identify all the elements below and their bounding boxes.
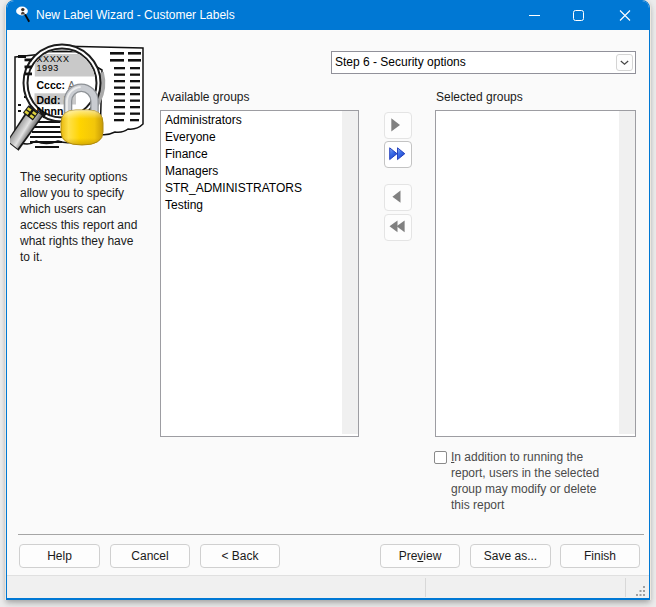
- svg-text:Ddd: I: Ddd: I: [37, 94, 67, 106]
- svg-text:1993: 1993: [37, 63, 59, 73]
